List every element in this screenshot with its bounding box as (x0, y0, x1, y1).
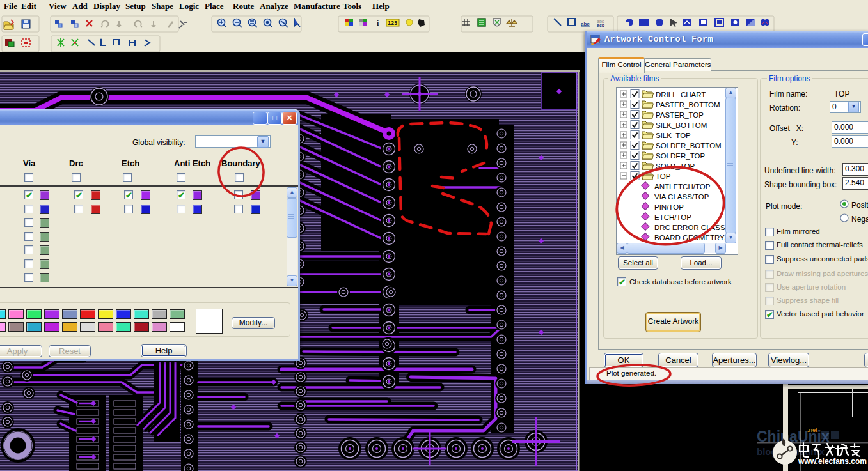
svg-text:PASTER_BOTTOM: PASTER_BOTTOM (656, 101, 720, 109)
svg-text:VIA CLASS/TOP: VIA CLASS/TOP (654, 193, 709, 201)
svg-text:SILK_BOTTOM: SILK_BOTTOM (656, 121, 707, 129)
svg-text:ETCH/TOP: ETCH/TOP (654, 213, 691, 221)
svg-text:DRILL_CHART: DRILL_CHART (656, 91, 706, 98)
svg-text:acb: acb (597, 23, 604, 27)
svg-text:SOLD_TOP: SOLD_TOP (656, 162, 695, 170)
svg-text:i: i (377, 19, 379, 27)
svg-text:TOP: TOP (656, 173, 671, 180)
svg-text:PASTER_TOP: PASTER_TOP (656, 111, 704, 119)
svg-text:123: 123 (388, 20, 397, 26)
svg-text:SOLDER_BOTTOM: SOLDER_BOTTOM (656, 142, 722, 150)
svg-text:www.elecfans.com: www.elecfans.com (798, 457, 867, 466)
svg-text:DRC ERROR CLASS/T: DRC ERROR CLASS/T (654, 224, 732, 231)
svg-text:PIN/TOP: PIN/TOP (654, 203, 684, 211)
svg-text:BOARD GEOMETRY/C: BOARD GEOMETRY/C (654, 234, 732, 242)
svg-text:SILK_TOP: SILK_TOP (656, 132, 691, 139)
svg-text:.net: .net (807, 427, 817, 433)
svg-text:SOLDER_TOP: SOLDER_TOP (656, 152, 705, 160)
svg-text:ANTI ETCH/TOP: ANTI ETCH/TOP (654, 183, 711, 190)
